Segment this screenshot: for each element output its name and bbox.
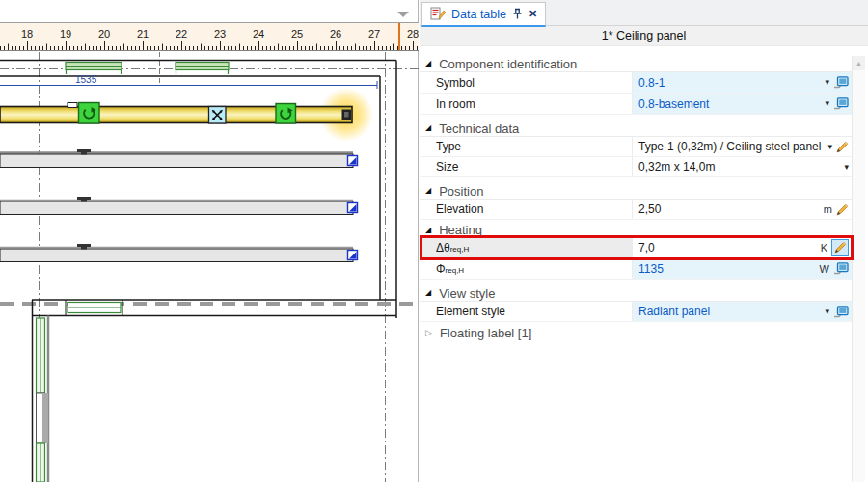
property-label: Elevation (420, 200, 633, 219)
panel-flag-icon[interactable] (348, 251, 358, 260)
window-symbol[interactable] (176, 63, 229, 75)
expanded-icon[interactable]: ◢ (425, 124, 431, 132)
property-row-size: Size 0,32m x 14,0m ▾ (420, 157, 852, 177)
type-value[interactable]: Type-1 (0,32m) / Ceiling steel panel (638, 140, 821, 153)
panel-symbol-base (81, 200, 87, 202)
rotate-handle[interactable] (276, 104, 296, 124)
ceiling-panel[interactable] (0, 197, 358, 215)
type-value-cell[interactable]: Type-1 (0,32m) / Ceiling steel panel ▾ (633, 137, 852, 156)
section-component-identification[interactable]: ◢ Component identification (420, 56, 852, 72)
dropdown-arrow-icon[interactable]: ▾ (825, 99, 829, 108)
section-label: Component identification (439, 57, 577, 71)
element-style-value-cell[interactable]: Radiant panel ▾ (633, 302, 852, 321)
scrollbar-corner-icon[interactable] (397, 12, 409, 17)
delta-theta-value[interactable]: 7,0 (638, 241, 655, 254)
drawing-canvas[interactable]: 1819202122232425262728 (0, 0, 419, 482)
left-wall[interactable] (33, 300, 49, 482)
tab-data-table[interactable]: Data table ✕ (421, 2, 546, 27)
section-position[interactable]: ◢ Position (420, 183, 852, 200)
size-value-cell[interactable]: 0,32m x 14,0m ▾ (633, 157, 852, 176)
pin-icon[interactable] (512, 8, 523, 20)
delta-theta-value-cell[interactable]: 7,0 K (633, 237, 852, 257)
panel-scrollbar[interactable]: ▲ (852, 56, 865, 482)
ceiling-panel[interactable] (0, 244, 358, 262)
expanded-icon[interactable]: ◢ (425, 187, 431, 195)
panel-symbol (77, 149, 91, 152)
collapsed-icon[interactable]: ▷ (425, 329, 432, 337)
element-style-value[interactable]: Radiant panel (638, 305, 710, 318)
property-label: Symbol (420, 72, 633, 93)
in-room-value-cell[interactable]: 0.8-basement ▾ (633, 94, 852, 114)
phi-value-cell[interactable]: 1135 W (633, 258, 852, 279)
property-row-element-style: Element style Radiant panel ▾ (420, 302, 852, 322)
unit-label: K (821, 242, 827, 254)
dropdown-arrow-icon[interactable]: ▾ (844, 163, 849, 172)
dimension-label: 1535 (75, 74, 97, 85)
selected-ceiling-panel[interactable] (0, 88, 373, 142)
property-row-elevation: Elevation 2,50 m (420, 200, 852, 220)
edit-button-focused[interactable] (831, 239, 849, 256)
pencil-icon[interactable] (836, 141, 849, 153)
in-room-value[interactable]: 0.8-basement (638, 97, 709, 111)
panel-symbol-base (81, 247, 87, 250)
property-row-type: Type Type-1 (0,32m) / Ceiling steel pane… (420, 137, 852, 157)
size-value[interactable]: 0,32m x 14,0m (638, 160, 715, 174)
svg-text:25: 25 (291, 28, 303, 40)
pencil-icon[interactable] (836, 203, 849, 216)
pencil-icon[interactable] (834, 241, 847, 254)
svg-text:23: 23 (214, 28, 226, 40)
dropdown-arrow-icon[interactable]: ▾ (827, 143, 832, 151)
dropdown-arrow-icon[interactable]: ▾ (825, 308, 829, 316)
expanded-icon[interactable]: ◢ (425, 227, 431, 234)
scroll-up-icon[interactable]: ▲ (853, 56, 865, 70)
floor-plan-drawing: 1819202122232425262728 (0, 0, 419, 482)
monitor-icon[interactable] (833, 76, 849, 89)
svg-text:28: 28 (407, 28, 419, 40)
elevation-value[interactable]: 2,50 (638, 202, 661, 216)
ceiling-panel[interactable] (0, 149, 358, 168)
panel-tab-bar: Data table ✕ (420, 0, 868, 26)
panel-symbol (77, 197, 91, 200)
property-row-delta-theta: Δθreq,H 7,0 K (420, 237, 852, 258)
symbol-value[interactable]: 0.8-1 (638, 76, 665, 90)
panel-flag-icon[interactable] (348, 203, 358, 213)
section-view-style[interactable]: ◢ View style (420, 285, 852, 302)
property-label: Type (420, 137, 633, 156)
svg-text:24: 24 (253, 28, 264, 40)
window-symbol[interactable] (66, 63, 122, 75)
section-floating-label[interactable]: ▷ Floating label [1] (420, 325, 852, 341)
close-icon[interactable]: ✕ (529, 9, 537, 19)
property-row-phi: Φreq,H 1135 W (420, 258, 852, 280)
property-label: Φreq,H (420, 258, 633, 279)
section-label: Floating label [1] (440, 326, 531, 340)
svg-text:26: 26 (330, 28, 341, 40)
ceiling-panels-unselected[interactable] (0, 149, 358, 262)
application-window: 1819202122232425262728 (0, 0, 868, 482)
property-row-symbol: Symbol 0.8-1 ▾ (420, 72, 852, 94)
svg-text:20: 20 (98, 28, 110, 40)
monitor-icon[interactable] (833, 306, 849, 318)
symbol-value-cell[interactable]: 0.8-1 ▾ (633, 72, 852, 93)
property-grid: ◢ Component identification Symbol 0.8-1 … (420, 56, 852, 341)
selected-object-title: 1* Ceiling panel (420, 26, 868, 46)
section-technical-data[interactable]: ◢ Technical data (420, 120, 852, 137)
data-table-panel: Data table ✕ 1* Ceiling panel ◢ Componen… (420, 0, 868, 482)
svg-text:21: 21 (137, 28, 149, 40)
property-label: Element style (420, 302, 633, 321)
dropdown-arrow-icon[interactable]: ▾ (825, 78, 829, 87)
svg-text:27: 27 (368, 28, 380, 40)
panel-symbol-base (81, 152, 87, 155)
elevation-value-cell[interactable]: 2,50 m (633, 200, 852, 219)
rotate-handle[interactable] (79, 103, 100, 124)
monitor-icon[interactable] (833, 97, 849, 110)
section-heating[interactable]: ◢ Heating (420, 224, 852, 237)
unit-label: m (824, 203, 832, 215)
panel-flag-icon[interactable] (348, 156, 358, 166)
move-handle[interactable] (209, 107, 227, 124)
expanded-icon[interactable]: ◢ (425, 289, 431, 297)
phi-value[interactable]: 1135 (638, 262, 664, 276)
property-row-in-room: In room 0.8-basement ▾ (420, 94, 852, 115)
monitor-icon[interactable] (833, 262, 849, 275)
property-label: In room (420, 94, 633, 114)
expanded-icon[interactable]: ◢ (425, 60, 431, 67)
